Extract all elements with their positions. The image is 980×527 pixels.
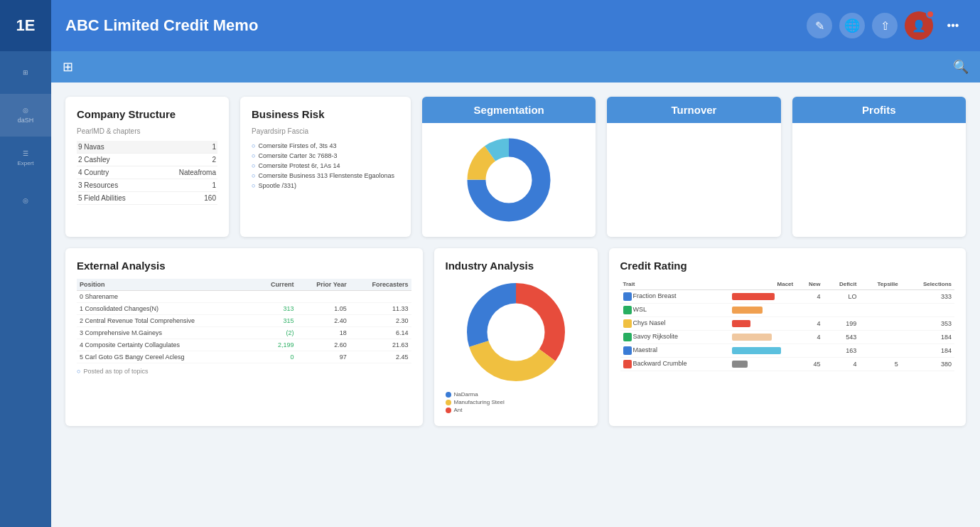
profits-card: Profits [792,97,966,237]
table-row: 3 Comprehensive M.Gaineys (2) 18 6.14 [77,327,411,339]
list-item: Comersite Business 313 Flenstenste Egaol… [252,171,399,181]
ea-col-forecast: Forecasters [350,279,411,291]
cr-col-tepsille: Tepsille [859,279,900,290]
sidebar-item-dashboard[interactable]: ◎ daSH [0,94,51,137]
sidebar-item-report[interactable]: ☰ Expert [0,137,51,179]
segmentation-card: Segmentation [422,97,596,237]
table-row: Fraction Breast 4 LO 333 [620,290,955,304]
more-icon: ••• [947,19,959,32]
company-structure-card: Company Structure PearlMD & chapters 9 N… [65,97,229,237]
search-icon[interactable]: 🔍 [953,59,969,75]
row-2: External Analysis Position Current Prior… [65,248,966,426]
table-row: 5 Field Abilities160 [77,192,217,205]
table-row: 4 Composite Certainty Collagulates 2,199… [77,339,411,351]
dashboard-icon: ◎ [23,107,28,114]
share-icon: ⇧ [881,19,890,33]
table-row: 5 Carl Goto GS Bangy Cereel Aclesg 0 97 … [77,351,411,363]
avatar-badge [926,10,935,18]
ea-col-current: Current [254,279,297,291]
table-row: 9 Navas1 [77,141,217,154]
table-row: Backward Crumble 45 4 5 380 [620,358,955,371]
external-analysis-title: External Analysis [77,260,411,272]
svg-point-3 [487,158,531,202]
table-row: 0 Sharename [77,291,411,303]
header-actions: ✎ 🌐 ⇧ 👤 ••• [807,11,966,40]
table-row: 4 CountryNateafroma [77,166,217,179]
credit-rating-table: Trait Macet New Deficit Tepsille Selecti… [620,279,955,371]
table-row: 3 Resources1 [77,179,217,192]
svg-point-7 [487,304,544,361]
ea-col-prior: Prior Year [297,279,350,291]
turnover-card: Turnover [607,97,780,237]
credit-rating-card: Credit Rating Trait Macet New Deficit Te… [609,248,966,426]
table-row: 1 Consolidated Changes(N) 313 1.05 11.33 [77,303,411,315]
table-row: Maestral 163 184 [620,344,955,358]
grid-icon: ⊞ [23,69,28,76]
list-item: Comersite Firstes of, 3ts 43 [252,141,399,151]
table-row: Savoy Rijksolite 4 543 184 [620,331,955,344]
globe-icon: 🌐 [844,18,860,33]
sidebar: 1E ⊞ ◎ daSH ☰ Expert ◎ [0,0,51,527]
menu-icon[interactable]: ⊞ [63,59,73,75]
list-item: Manufacturing Steel [446,399,586,405]
sidebar-item-label: daSH [18,117,34,124]
profits-title: Profits [792,97,966,123]
sub-header: ⊞ 🔍 [51,51,980,82]
edit-button[interactable]: ✎ [807,13,832,38]
turnover-title: Turnover [607,97,780,123]
cr-col-selections: Selections [901,279,954,290]
segmentation-donut [463,134,555,226]
business-risk-title: Business Risk [252,108,399,120]
ea-col-position: Position [77,279,254,291]
cr-col-macet: Macet [729,279,796,290]
globe-button[interactable]: 🌐 [839,13,865,38]
business-risk-list: Comersite Firstes of, 3ts 43Comersite Ca… [252,141,399,191]
industry-analysis-title: Industry Analysis [446,260,586,272]
report-icon: ☰ [23,150,28,157]
logo-text: 1E [16,16,36,35]
avatar[interactable]: 👤 [905,11,933,40]
profits-chart [792,123,966,237]
table-row: 2 Central Revenue Total Comprehensive 31… [77,315,411,327]
segmentation-chart [422,123,596,237]
row-1: Company Structure PearlMD & chapters 9 N… [65,97,966,237]
avatar-icon: 👤 [912,19,926,33]
business-risk-card: Business Risk Payardsirp Fascia Comersit… [240,97,411,237]
company-structure-subtitle: PearlMD & chapters [77,127,217,135]
alerts-icon: ◎ [23,197,28,204]
app-logo[interactable]: 1E [0,0,51,51]
turnover-chart [607,123,780,237]
external-analysis-card: External Analysis Position Current Prior… [65,248,423,426]
sidebar-item-alerts[interactable]: ◎ [0,179,51,222]
sidebar-item-grid[interactable]: ⊞ [0,51,51,94]
external-analysis-table: Position Current Prior Year Forecasters … [77,279,411,363]
page-title: ABC Limited Credit Memo [65,16,807,35]
cr-col-trait: Trait [620,279,730,290]
industry-analysis-card: Industry Analysis NaDarmaManufacturing S… [434,248,598,426]
list-item: Spootle /331) [252,181,399,191]
top-header: ABC Limited Credit Memo ✎ 🌐 ⇧ 👤 ••• [51,0,980,51]
profits-bar-chart [861,137,898,223]
turnover-bar-chart [682,137,705,223]
list-item: Ant [446,407,586,413]
segmentation-title: Segmentation [422,97,596,123]
industry-legend: NaDarmaManufacturing SteelAnt [446,391,586,413]
list-item: Comersite Protest 6r, 1As 14 [252,161,399,171]
industry-donut [463,279,569,385]
table-row: Chys Nasel 4 199 353 [620,317,955,331]
share-button[interactable]: ⇧ [872,13,898,38]
more-button[interactable]: ••• [940,13,966,38]
cr-col-deficit: Deficit [824,279,860,290]
sidebar-item-label: Expert [17,160,33,166]
ea-footer: Posted as top of topics [77,368,411,375]
edit-icon: ✎ [815,19,824,33]
company-structure-title: Company Structure [77,108,217,120]
content-area: Company Structure PearlMD & chapters 9 N… [51,82,980,527]
list-item: NaDarma [446,391,586,398]
table-row: 2 Cashley2 [77,154,217,166]
business-risk-subtitle: Payardsirp Fascia [252,127,399,135]
cr-col-new: New [796,279,823,290]
credit-rating-title: Credit Rating [620,260,955,272]
table-row: WSL [620,304,955,317]
company-structure-table: 9 Navas12 Cashley24 CountryNateafroma3 R… [77,141,217,205]
